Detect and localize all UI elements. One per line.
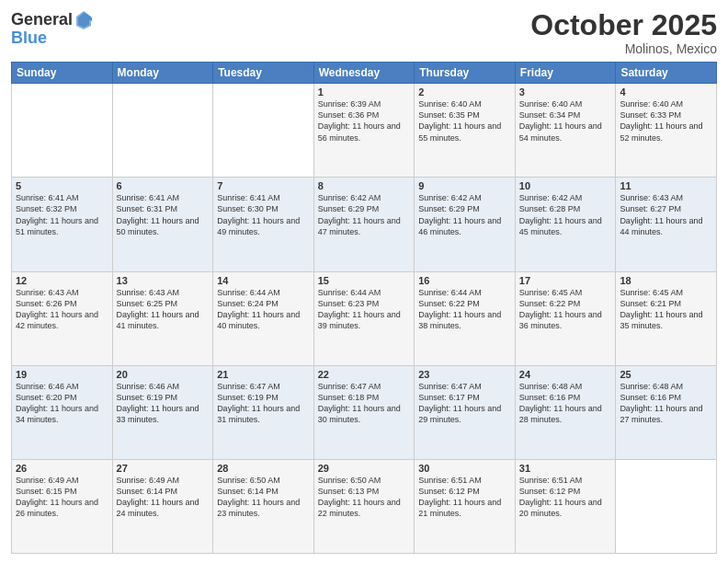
calendar-cell: 6Sunrise: 6:41 AM Sunset: 6:31 PM Daylig…	[112, 178, 213, 271]
day-info: Sunrise: 6:43 AM Sunset: 6:27 PM Dayligh…	[620, 192, 712, 237]
day-info: Sunrise: 6:41 AM Sunset: 6:32 PM Dayligh…	[16, 192, 108, 237]
calendar-cell: 31Sunrise: 6:51 AM Sunset: 6:12 PM Dayli…	[515, 459, 616, 553]
calendar-cell: 1Sunrise: 6:39 AM Sunset: 6:36 PM Daylig…	[313, 84, 415, 178]
calendar-cell: 10Sunrise: 6:42 AM Sunset: 6:28 PM Dayli…	[515, 178, 616, 271]
day-info: Sunrise: 6:45 AM Sunset: 6:22 PM Dayligh…	[519, 287, 612, 332]
day-info: Sunrise: 6:42 AM Sunset: 6:28 PM Dayligh…	[519, 192, 612, 237]
calendar-cell: 8Sunrise: 6:42 AM Sunset: 6:29 PM Daylig…	[313, 178, 415, 271]
calendar-week-1: 1Sunrise: 6:39 AM Sunset: 6:36 PM Daylig…	[12, 84, 717, 178]
title-section: October 2025 Molinos, Mexico	[530, 9, 717, 56]
location-subtitle: Molinos, Mexico	[530, 41, 717, 56]
calendar-cell: 5Sunrise: 6:41 AM Sunset: 6:32 PM Daylig…	[12, 178, 113, 271]
day-info: Sunrise: 6:44 AM Sunset: 6:23 PM Dayligh…	[318, 287, 411, 332]
calendar-cell: 9Sunrise: 6:42 AM Sunset: 6:29 PM Daylig…	[415, 178, 516, 271]
day-number: 12	[16, 275, 108, 286]
calendar-cell: 22Sunrise: 6:47 AM Sunset: 6:18 PM Dayli…	[313, 365, 415, 459]
day-info: Sunrise: 6:47 AM Sunset: 6:18 PM Dayligh…	[318, 381, 411, 426]
day-number: 17	[519, 275, 612, 286]
calendar-cell	[616, 459, 717, 553]
day-info: Sunrise: 6:50 AM Sunset: 6:13 PM Dayligh…	[318, 475, 411, 520]
header-tuesday: Tuesday	[213, 63, 314, 84]
day-info: Sunrise: 6:49 AM Sunset: 6:15 PM Dayligh…	[16, 475, 108, 520]
header-friday: Friday	[515, 63, 616, 84]
logo: General Blue	[11, 9, 93, 46]
day-number: 2	[418, 86, 511, 98]
calendar-week-3: 12Sunrise: 6:43 AM Sunset: 6:26 PM Dayli…	[12, 271, 717, 365]
day-info: Sunrise: 6:43 AM Sunset: 6:25 PM Dayligh…	[117, 287, 210, 332]
calendar-week-2: 5Sunrise: 6:41 AM Sunset: 6:32 PM Daylig…	[12, 178, 717, 271]
day-info: Sunrise: 6:47 AM Sunset: 6:19 PM Dayligh…	[217, 381, 310, 426]
day-number: 16	[418, 275, 511, 286]
header-monday: Monday	[112, 63, 213, 84]
header-wednesday: Wednesday	[313, 63, 415, 84]
calendar-cell	[213, 84, 314, 178]
day-number: 15	[318, 275, 411, 286]
day-info: Sunrise: 6:46 AM Sunset: 6:20 PM Dayligh…	[16, 381, 108, 426]
day-info: Sunrise: 6:41 AM Sunset: 6:30 PM Dayligh…	[217, 192, 310, 237]
day-info: Sunrise: 6:45 AM Sunset: 6:21 PM Dayligh…	[620, 287, 712, 332]
day-info: Sunrise: 6:40 AM Sunset: 6:35 PM Dayligh…	[418, 98, 511, 144]
logo-icon	[74, 9, 93, 29]
day-info: Sunrise: 6:40 AM Sunset: 6:33 PM Dayligh…	[620, 98, 712, 144]
day-number: 23	[418, 369, 511, 380]
day-number: 30	[418, 463, 511, 474]
calendar-cell: 14Sunrise: 6:44 AM Sunset: 6:24 PM Dayli…	[213, 271, 314, 365]
day-info: Sunrise: 6:51 AM Sunset: 6:12 PM Dayligh…	[519, 475, 612, 520]
calendar-cell: 20Sunrise: 6:46 AM Sunset: 6:19 PM Dayli…	[112, 365, 213, 459]
day-number: 3	[519, 86, 612, 98]
logo-general: General	[11, 11, 73, 28]
header-saturday: Saturday	[616, 63, 717, 84]
calendar-cell: 18Sunrise: 6:45 AM Sunset: 6:21 PM Dayli…	[616, 271, 717, 365]
calendar-cell: 21Sunrise: 6:47 AM Sunset: 6:19 PM Dayli…	[213, 365, 314, 459]
day-number: 5	[16, 180, 108, 191]
day-info: Sunrise: 6:43 AM Sunset: 6:26 PM Dayligh…	[16, 287, 108, 332]
weekday-header-row: Sunday Monday Tuesday Wednesday Thursday…	[12, 63, 717, 84]
calendar-cell: 17Sunrise: 6:45 AM Sunset: 6:22 PM Dayli…	[515, 271, 616, 365]
day-number: 1	[318, 86, 411, 98]
calendar-cell: 12Sunrise: 6:43 AM Sunset: 6:26 PM Dayli…	[12, 271, 113, 365]
calendar-header: Sunday Monday Tuesday Wednesday Thursday…	[12, 63, 717, 84]
day-info: Sunrise: 6:48 AM Sunset: 6:16 PM Dayligh…	[620, 381, 712, 426]
header-thursday: Thursday	[415, 63, 516, 84]
calendar-cell: 27Sunrise: 6:49 AM Sunset: 6:14 PM Dayli…	[112, 459, 213, 553]
day-number: 28	[217, 463, 310, 474]
day-number: 18	[620, 275, 712, 286]
day-info: Sunrise: 6:40 AM Sunset: 6:34 PM Dayligh…	[519, 98, 612, 144]
day-info: Sunrise: 6:44 AM Sunset: 6:22 PM Dayligh…	[418, 287, 511, 332]
calendar-cell: 4Sunrise: 6:40 AM Sunset: 6:33 PM Daylig…	[616, 84, 717, 178]
calendar-body: 1Sunrise: 6:39 AM Sunset: 6:36 PM Daylig…	[12, 84, 717, 554]
calendar-cell	[12, 84, 113, 178]
calendar-cell: 25Sunrise: 6:48 AM Sunset: 6:16 PM Dayli…	[616, 365, 717, 459]
calendar-cell: 30Sunrise: 6:51 AM Sunset: 6:12 PM Dayli…	[415, 459, 516, 553]
calendar-cell: 26Sunrise: 6:49 AM Sunset: 6:15 PM Dayli…	[12, 459, 113, 553]
day-info: Sunrise: 6:47 AM Sunset: 6:17 PM Dayligh…	[418, 381, 511, 426]
calendar-table: Sunday Monday Tuesday Wednesday Thursday…	[11, 62, 717, 554]
day-info: Sunrise: 6:51 AM Sunset: 6:12 PM Dayligh…	[418, 475, 511, 520]
day-number: 21	[217, 369, 310, 380]
calendar-cell: 7Sunrise: 6:41 AM Sunset: 6:30 PM Daylig…	[213, 178, 314, 271]
day-number: 27	[117, 463, 210, 474]
day-number: 9	[418, 180, 511, 191]
day-number: 8	[318, 180, 411, 191]
day-number: 7	[217, 180, 310, 191]
day-info: Sunrise: 6:46 AM Sunset: 6:19 PM Dayligh…	[117, 381, 210, 426]
calendar-cell: 24Sunrise: 6:48 AM Sunset: 6:16 PM Dayli…	[515, 365, 616, 459]
day-number: 29	[318, 463, 411, 474]
calendar-cell: 16Sunrise: 6:44 AM Sunset: 6:22 PM Dayli…	[415, 271, 516, 365]
day-info: Sunrise: 6:41 AM Sunset: 6:31 PM Dayligh…	[117, 192, 210, 237]
day-info: Sunrise: 6:42 AM Sunset: 6:29 PM Dayligh…	[318, 192, 411, 237]
month-title: October 2025	[530, 9, 717, 41]
calendar-cell: 29Sunrise: 6:50 AM Sunset: 6:13 PM Dayli…	[313, 459, 415, 553]
day-number: 26	[16, 463, 108, 474]
day-info: Sunrise: 6:49 AM Sunset: 6:14 PM Dayligh…	[117, 475, 210, 520]
header: General Blue October 2025 Molinos, Mexic…	[11, 9, 717, 56]
day-number: 6	[117, 180, 210, 191]
calendar-cell: 3Sunrise: 6:40 AM Sunset: 6:34 PM Daylig…	[515, 84, 616, 178]
calendar-cell: 13Sunrise: 6:43 AM Sunset: 6:25 PM Dayli…	[112, 271, 213, 365]
day-number: 31	[519, 463, 612, 474]
calendar-cell: 28Sunrise: 6:50 AM Sunset: 6:14 PM Dayli…	[213, 459, 314, 553]
calendar-cell	[112, 84, 213, 178]
day-number: 19	[16, 369, 108, 380]
calendar-cell: 19Sunrise: 6:46 AM Sunset: 6:20 PM Dayli…	[12, 365, 113, 459]
day-number: 13	[117, 275, 210, 286]
